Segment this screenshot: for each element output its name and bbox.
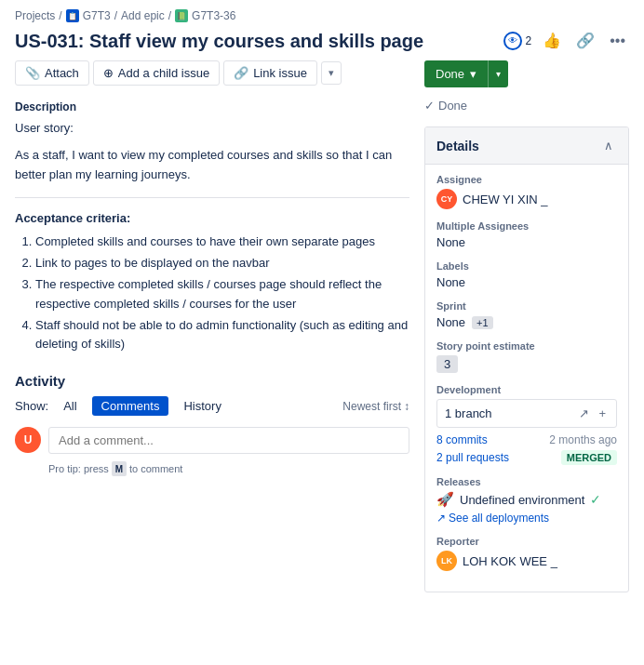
add-child-issue-button[interactable]: ⊕ Add a child issue (93, 60, 220, 86)
breadcrumb-add-epic[interactable]: Add epic (121, 9, 165, 22)
breadcrumb-sep2: / (114, 9, 117, 22)
avatar: U (15, 427, 41, 453)
assignee-row: CY CHEW YI XIN _ (436, 189, 617, 209)
attach-button[interactable]: 📎 Attach (15, 60, 89, 86)
history-filter-button[interactable]: History (174, 396, 230, 416)
watchers-count: 2 (526, 34, 532, 47)
done-status-label: Done (438, 99, 467, 113)
assignee-label: Assignee (436, 174, 617, 185)
comments-filter-button[interactable]: Comments (92, 396, 169, 416)
g7t3-icon: 📋 (66, 9, 79, 22)
link-issue-label: Link issue (253, 66, 307, 80)
branch-box[interactable]: 1 branch ↗ + (436, 399, 617, 428)
see-all-label: See all deployments (449, 512, 549, 525)
show-label: Show: (15, 399, 48, 413)
more-options-button[interactable]: ••• (606, 29, 629, 53)
breadcrumb-sep1: / (59, 9, 61, 22)
right-panel: Done ▾ ▾ ✓ Done Details ∧ Assignee CY (424, 60, 629, 592)
pro-tip-suffix: to comment (129, 463, 182, 474)
reporter-row: LK LOH KOK WEE _ (436, 551, 617, 571)
activity-section: Activity Show: All Comments History Newe… (15, 373, 409, 476)
thumbs-up-button[interactable]: 👍 (539, 28, 565, 53)
reporter-name: LOH KOK WEE _ (463, 554, 557, 568)
breadcrumb-issue[interactable]: G7T3-36 (192, 9, 235, 22)
done-btn-group: Done ▾ ▾ (424, 60, 629, 87)
list-item: Link to pages to be displayed on the nav… (35, 254, 409, 273)
breadcrumb-sep3: / (168, 9, 171, 22)
branch-add-button[interactable]: + (596, 406, 609, 421)
key-badge: M (112, 461, 127, 476)
pro-tip: Pro tip: press M to comment (48, 461, 409, 476)
details-collapse-button[interactable]: ∧ (600, 135, 617, 156)
list-item: Completed skills and courses to have the… (35, 233, 409, 252)
done-button[interactable]: Done ▾ (424, 60, 488, 87)
details-header: Details ∧ (425, 127, 628, 165)
story-point-value: 3 (436, 355, 617, 373)
branch-actions: ↗ + (576, 406, 609, 421)
description-body: As a staff, I want to view my completed … (15, 146, 409, 185)
check-icon: ✓ (424, 99, 435, 113)
branch-text: 1 branch (445, 406, 492, 420)
link-icon: 🔗 (234, 66, 248, 80)
show-row: Show: All Comments History Newest first … (15, 396, 409, 416)
done-dropdown-button[interactable]: ▾ (488, 60, 508, 87)
left-panel: 📎 Attach ⊕ Add a child issue 🔗 Link issu… (15, 60, 409, 592)
attach-label: Attach (45, 66, 79, 80)
multiple-assignees-value: None (436, 235, 617, 249)
watchers-badge: 👁 2 (503, 32, 532, 50)
labels-section: Labels None (436, 260, 617, 289)
details-body: Assignee CY CHEW YI XIN _ Multiple Assig… (425, 165, 628, 592)
multiple-assignees-section: Multiple Assignees None (436, 220, 617, 249)
labels-value: None (436, 275, 617, 289)
pulls-row: 2 pull requests MERGED (436, 450, 617, 465)
see-all-deployments-link[interactable]: ↗ See all deployments (436, 512, 617, 525)
releases-section: Releases 🚀 Undefined environment ✓ ↗ See… (436, 476, 617, 525)
action-toolbar: 📎 Attach ⊕ Add a child issue 🔗 Link issu… (15, 60, 409, 86)
reporter-section: Reporter LK LOH KOK WEE _ (436, 536, 617, 571)
assignee-section: Assignee CY CHEW YI XIN _ (436, 174, 617, 209)
details-panel: Details ∧ Assignee CY CHEW YI XIN _ Mult… (424, 126, 629, 592)
list-item: The respective completed skills / course… (35, 275, 409, 314)
development-section: Development 1 branch ↗ + 8 commits 2 mon… (436, 384, 617, 465)
sprint-plus-badge: +1 (472, 316, 493, 329)
acceptance-list: Completed skills and courses to have the… (15, 233, 409, 354)
pro-tip-text: Pro tip: press (48, 463, 109, 474)
newest-first-button[interactable]: Newest first ↕ (342, 400, 409, 413)
assignee-avatar: CY (436, 189, 457, 209)
more-actions-button[interactable]: ▾ (321, 61, 342, 85)
commits-link[interactable]: 8 commits (436, 433, 488, 446)
child-issue-icon: ⊕ (103, 66, 114, 80)
multiple-assignees-label: Multiple Assignees (436, 220, 617, 232)
pulls-link[interactable]: 2 pull requests (436, 451, 509, 464)
branch-external-link-button[interactable]: ↗ (576, 406, 592, 421)
breadcrumb: Projects / 📋 G7T3 / Add epic / 📗 G7T3-36 (0, 0, 644, 28)
releases-label: Releases (436, 476, 617, 487)
description-label: Description (15, 100, 409, 113)
list-item: Staff should not be able to do admin fun… (35, 316, 409, 355)
breadcrumb-projects[interactable]: Projects (15, 9, 55, 22)
arrow-icon: ↗ (436, 512, 446, 525)
story-point-section: Story point estimate 3 (436, 340, 617, 373)
sprint-value: None +1 (436, 315, 493, 329)
story-point-badge: 3 (436, 355, 458, 373)
link-issue-button[interactable]: 🔗 Link issue (223, 60, 317, 86)
done-chevron-inline: ▾ (470, 67, 476, 81)
acceptance-section: Acceptance criteria: Completed skills an… (15, 211, 409, 354)
sprint-text: None (436, 315, 465, 329)
releases-row: 🚀 Undefined environment ✓ (436, 491, 617, 508)
sprint-section: Sprint None +1 (436, 300, 617, 329)
done-status: ✓ Done (424, 99, 629, 113)
activity-title: Activity (15, 373, 409, 389)
newest-first-label: Newest first (342, 400, 401, 413)
reporter-avatar: LK (436, 551, 457, 571)
sprint-label: Sprint (436, 300, 617, 312)
comment-input[interactable] (48, 427, 409, 454)
all-filter-button[interactable]: All (54, 396, 86, 416)
header-actions: 👁 2 👍 🔗 ••• (503, 28, 630, 53)
divider (15, 197, 409, 198)
share-button[interactable]: 🔗 (572, 28, 598, 53)
story-point-label: Story point estimate (436, 340, 617, 352)
commits-time: 2 months ago (549, 433, 617, 446)
issue-title: US-031: Staff view my courses and skills… (15, 29, 503, 53)
breadcrumb-epic[interactable]: G7T3 (83, 9, 111, 22)
